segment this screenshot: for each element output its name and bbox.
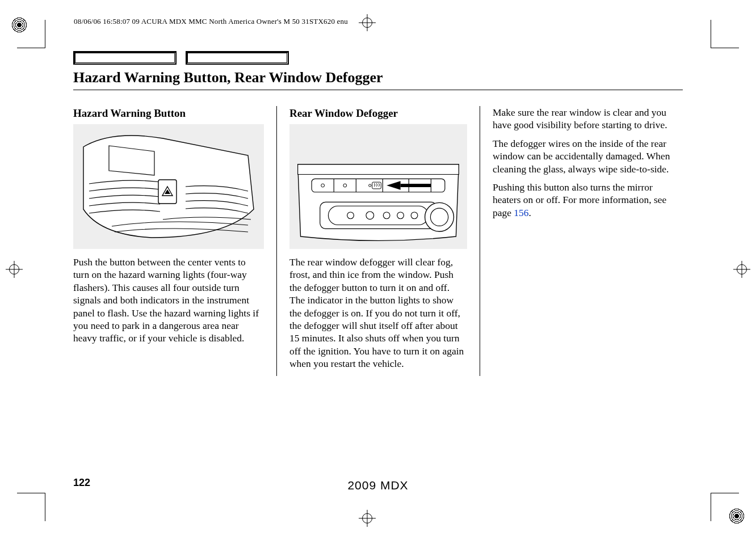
col1-heading: Hazard Warning Button — [73, 107, 264, 120]
registration-mark-icon — [11, 17, 27, 33]
column-3: Make sure the rear window is clear and y… — [480, 106, 683, 376]
footer-model-label: 2009 MDX — [0, 479, 756, 492]
col3-body: Make sure the rear window is clear and y… — [493, 106, 683, 219]
svg-rect-16 — [328, 206, 428, 225]
tab-placeholder — [186, 51, 289, 65]
tab-placeholder — [73, 51, 177, 65]
col3-para3: Pushing this button also turns the mirro… — [493, 181, 683, 219]
col1-para1: Push the button between the center vents… — [73, 256, 264, 345]
hazard-button-figure — [73, 124, 264, 249]
crop-mark-icon — [6, 493, 45, 532]
svg-rect-14 — [401, 184, 431, 187]
col2-para1: The rear window defogger will clear fog,… — [289, 256, 467, 370]
registration-mark-icon — [729, 508, 745, 524]
crop-mark-icon — [711, 9, 750, 48]
registration-cross-icon — [6, 261, 23, 278]
col1-body: Push the button between the center vents… — [73, 256, 264, 345]
page-title: Hazard Warning Button, Rear Window Defog… — [73, 69, 683, 86]
columns: Hazard Warning Button — [73, 106, 683, 376]
print-meta-line: 08/06/06 16:58:07 09 ACURA MDX MMC North… — [74, 17, 348, 26]
title-rule — [73, 90, 683, 90]
col3-para1: Make sure the rear window is clear and y… — [493, 106, 683, 132]
hazard-button-illustration-icon — [73, 124, 264, 249]
manual-page: 08/06/06 16:58:07 09 ACURA MDX MMC North… — [0, 0, 756, 541]
col2-body: The rear window defogger will clear fog,… — [289, 256, 467, 370]
col2-heading: Rear Window Defogger — [289, 107, 467, 120]
registration-cross-icon — [733, 261, 750, 278]
page-reference-link[interactable]: 156 — [514, 207, 528, 218]
registration-cross-icon — [359, 14, 376, 31]
col3-para3-text-b: . — [529, 207, 531, 218]
section-tabs-placeholder — [73, 51, 683, 65]
content-area: Hazard Warning Button, Rear Window Defog… — [73, 51, 683, 501]
column-1: Hazard Warning Button — [73, 106, 276, 376]
defogger-button-figure — [289, 124, 467, 249]
defogger-button-illustration-icon — [289, 124, 467, 249]
column-2: Rear Window Defogger — [276, 106, 480, 376]
svg-point-18 — [430, 208, 448, 226]
col3-para2: The defogger wires on the inside of the … — [493, 137, 683, 175]
registration-cross-icon — [359, 510, 376, 527]
